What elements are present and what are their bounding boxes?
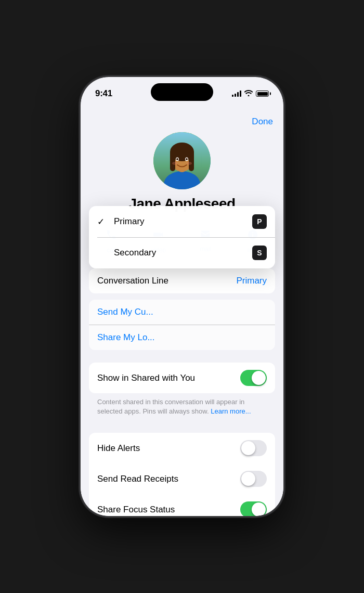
bottom-settings-section: Hide Alerts Send Read Receipts Share Foc…: [89, 433, 275, 516]
svg-point-10: [176, 158, 178, 160]
learn-more-link[interactable]: Learn more...: [211, 407, 251, 415]
hide-alerts-row: Hide Alerts: [89, 433, 275, 463]
dropdown-primary-label: Primary: [114, 216, 145, 227]
conversation-line-label: Conversation Line: [97, 276, 168, 286]
dropdown-item-primary-left: ✓ Primary: [97, 216, 145, 227]
send-read-receipts-row: Send Read Receipts: [89, 463, 275, 494]
secondary-badge: S: [252, 246, 267, 260]
svg-rect-6: [170, 150, 175, 171]
conversation-line-row[interactable]: Conversation Line Primary: [89, 268, 275, 293]
hide-alerts-label: Hide Alerts: [97, 443, 140, 454]
checkmark-icon: ✓: [97, 216, 108, 227]
dropdown-item-primary[interactable]: ✓ Primary P: [89, 206, 275, 237]
hide-alerts-toggle[interactable]: [240, 440, 267, 456]
sheet-header: Done: [81, 108, 283, 127]
status-icons: [232, 90, 269, 98]
battery-icon: [256, 91, 269, 97]
svg-rect-7: [189, 150, 194, 171]
dropdown-item-secondary[interactable]: ✓ Secondary S: [89, 237, 275, 268]
share-location-label: Share My Lo...: [97, 332, 155, 343]
dynamic-island: [151, 83, 213, 101]
conversation-line-section: Conversation Line Primary: [89, 268, 275, 293]
wifi-icon: [244, 90, 253, 98]
primary-badge: P: [252, 214, 267, 229]
status-time: 9:41: [95, 88, 112, 99]
shared-description: Content shared in this conversation will…: [89, 393, 275, 416]
done-button[interactable]: Done: [252, 117, 273, 127]
shared-with-you-label: Show in Shared with You: [97, 373, 195, 383]
svg-point-12: [172, 162, 177, 165]
signal-icon: [232, 91, 241, 97]
share-focus-status-toggle[interactable]: [240, 501, 267, 516]
send-share-section: Send My Cu... Share My Lo...: [89, 300, 275, 350]
dropdown-menu: ✓ Primary P ✓ Secondary S: [89, 206, 275, 268]
sheet: Done: [81, 108, 283, 516]
send-read-receipts-toggle[interactable]: [240, 471, 267, 487]
svg-point-11: [186, 158, 188, 160]
phone-frame: 9:41: [81, 77, 283, 516]
svg-point-13: [187, 162, 192, 165]
share-focus-status-row: Share Focus Status: [89, 494, 275, 516]
screen: 9:41: [81, 77, 283, 516]
shared-with-you-row: Show in Shared with You: [89, 363, 275, 393]
shared-with-you-section: Show in Shared with You Content shared i…: [89, 363, 275, 416]
conversation-line-value: Primary: [236, 276, 267, 286]
dropdown-item-secondary-left: ✓ Secondary: [97, 248, 156, 259]
shared-with-you-toggle[interactable]: [240, 370, 267, 386]
share-location-row[interactable]: Share My Lo...: [89, 325, 275, 350]
send-contact-label: Send My Cu...: [97, 307, 153, 317]
avatar: [153, 132, 211, 189]
share-focus-status-label: Share Focus Status: [97, 505, 175, 515]
dropdown-secondary-label: Secondary: [114, 248, 156, 258]
send-contact-row[interactable]: Send My Cu...: [89, 300, 275, 325]
send-read-receipts-label: Send Read Receipts: [97, 474, 178, 484]
